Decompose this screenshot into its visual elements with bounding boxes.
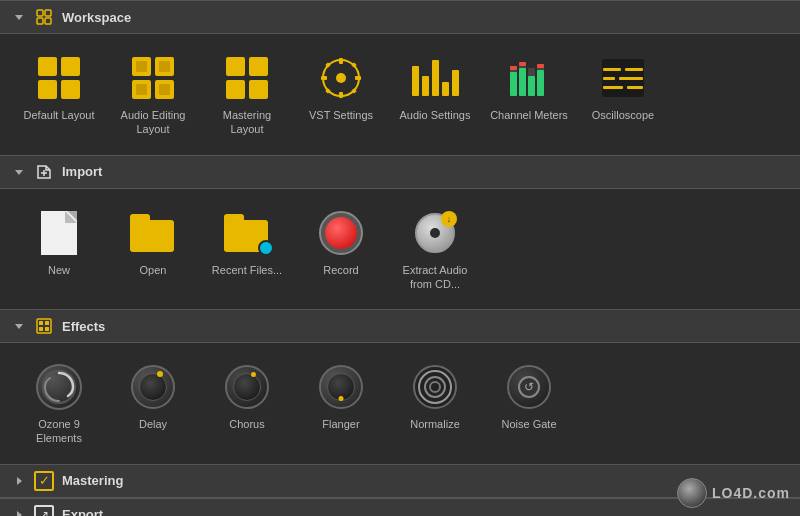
oscilloscope-item[interactable]: Oscilloscope xyxy=(580,46,666,143)
audio-settings-item[interactable]: Audio Settings xyxy=(392,46,478,143)
open-item[interactable]: Open xyxy=(110,201,196,298)
audio-settings-icon xyxy=(409,52,461,104)
svg-marker-37 xyxy=(65,211,77,223)
workspace-content: Default Layout xyxy=(0,34,800,155)
normalize-label: Normalize xyxy=(410,417,460,431)
recent-files-item[interactable]: Recent Files... xyxy=(204,201,290,298)
import-header[interactable]: Import xyxy=(0,155,800,189)
import-icon xyxy=(34,162,54,182)
effects-content: Ozone 9 Elements Delay Chorus xyxy=(0,343,800,464)
delay-item[interactable]: Delay xyxy=(110,355,196,452)
effects-icon xyxy=(34,316,54,336)
ozone-icon xyxy=(33,361,85,413)
export-icon: ↗ xyxy=(34,505,54,516)
chorus-icon xyxy=(221,361,273,413)
noise-gate-item[interactable]: ↺ Noise Gate xyxy=(486,355,572,452)
audio-editing-label: Audio Editing Layout xyxy=(114,108,192,137)
open-label: Open xyxy=(140,263,167,277)
svg-rect-41 xyxy=(45,321,49,325)
svg-marker-33 xyxy=(15,170,23,175)
mastering-layout-item[interactable]: Mastering Layout xyxy=(204,46,290,143)
svg-rect-2 xyxy=(45,10,51,16)
chorus-item[interactable]: Chorus xyxy=(204,355,290,452)
record-item[interactable]: Record xyxy=(298,201,384,298)
svg-rect-4 xyxy=(45,18,51,24)
import-chevron xyxy=(10,163,28,181)
normalize-icon xyxy=(409,361,461,413)
svg-rect-23 xyxy=(510,66,517,70)
import-content: New Open Recent Files... xyxy=(0,189,800,310)
workspace-title: Workspace xyxy=(62,10,131,25)
new-icon xyxy=(33,207,85,259)
watermark-text: LO4D.com xyxy=(712,485,790,501)
svg-rect-10 xyxy=(355,76,361,80)
svg-rect-9 xyxy=(321,76,327,80)
watermark: LO4D.com xyxy=(677,478,790,508)
flanger-label: Flanger xyxy=(322,417,359,431)
normalize-item[interactable]: Normalize xyxy=(392,355,478,452)
svg-rect-25 xyxy=(537,64,544,68)
import-title: Import xyxy=(62,164,102,179)
recent-files-icon xyxy=(221,207,273,259)
channel-meters-item[interactable]: Channel Meters xyxy=(486,46,572,143)
extract-audio-label: Extract Audio from CD... xyxy=(396,263,474,292)
extract-audio-item[interactable]: ↓ Extract Audio from CD... xyxy=(392,201,478,298)
vst-settings-icon xyxy=(315,52,367,104)
new-label: New xyxy=(48,263,70,277)
svg-rect-32 xyxy=(627,86,643,89)
delay-icon xyxy=(127,361,179,413)
effects-header[interactable]: Effects xyxy=(0,309,800,343)
audio-editing-icon xyxy=(127,52,179,104)
default-layout-item[interactable]: Default Layout xyxy=(16,46,102,143)
noise-gate-label: Noise Gate xyxy=(501,417,556,431)
channel-meters-label: Channel Meters xyxy=(490,108,568,122)
workspace-section: Workspace Default Layout xyxy=(0,0,800,155)
svg-rect-3 xyxy=(37,18,43,24)
workspace-icon xyxy=(34,7,54,27)
svg-marker-38 xyxy=(15,324,23,329)
watermark-logo xyxy=(677,478,707,508)
svg-rect-39 xyxy=(37,319,51,333)
new-item[interactable]: New xyxy=(16,201,102,298)
svg-marker-0 xyxy=(15,15,23,20)
chorus-label: Chorus xyxy=(229,417,264,431)
workspace-header[interactable]: Workspace xyxy=(0,0,800,34)
svg-rect-28 xyxy=(625,68,643,71)
flanger-item[interactable]: Flanger xyxy=(298,355,384,452)
import-section: Import New Open xyxy=(0,155,800,310)
default-layout-icon xyxy=(33,52,85,104)
svg-rect-43 xyxy=(45,327,49,331)
mastering-layout-icon xyxy=(221,52,273,104)
mastering-icon: ✓ xyxy=(34,471,54,491)
effects-title: Effects xyxy=(62,319,105,334)
svg-rect-42 xyxy=(39,327,43,331)
svg-rect-29 xyxy=(603,77,615,80)
svg-marker-46 xyxy=(17,511,22,516)
vst-settings-item[interactable]: VST Settings xyxy=(298,46,384,143)
svg-rect-31 xyxy=(603,86,623,89)
svg-rect-8 xyxy=(339,92,343,98)
delay-label: Delay xyxy=(139,417,167,431)
ozone-item[interactable]: Ozone 9 Elements xyxy=(16,355,102,452)
svg-rect-30 xyxy=(619,77,643,80)
mastering-layout-label: Mastering Layout xyxy=(208,108,286,137)
flanger-icon xyxy=(315,361,367,413)
svg-rect-40 xyxy=(39,321,43,325)
svg-rect-20 xyxy=(528,76,535,96)
audio-editing-layout-item[interactable]: Audio Editing Layout xyxy=(110,46,196,143)
mastering-title: Mastering xyxy=(62,473,123,488)
mastering-chevron xyxy=(10,472,28,490)
export-title: Export xyxy=(62,507,103,516)
vst-settings-label: VST Settings xyxy=(309,108,373,122)
svg-rect-1 xyxy=(37,10,43,16)
default-layout-label: Default Layout xyxy=(24,108,95,122)
oscilloscope-icon xyxy=(597,52,649,104)
noise-gate-icon: ↺ xyxy=(503,361,555,413)
svg-rect-18 xyxy=(519,68,526,96)
svg-marker-45 xyxy=(17,477,22,485)
svg-rect-16 xyxy=(510,72,517,96)
channel-meters-icon xyxy=(503,52,555,104)
export-chevron xyxy=(10,506,28,516)
ozone-label: Ozone 9 Elements xyxy=(20,417,98,446)
oscilloscope-label: Oscilloscope xyxy=(592,108,654,122)
